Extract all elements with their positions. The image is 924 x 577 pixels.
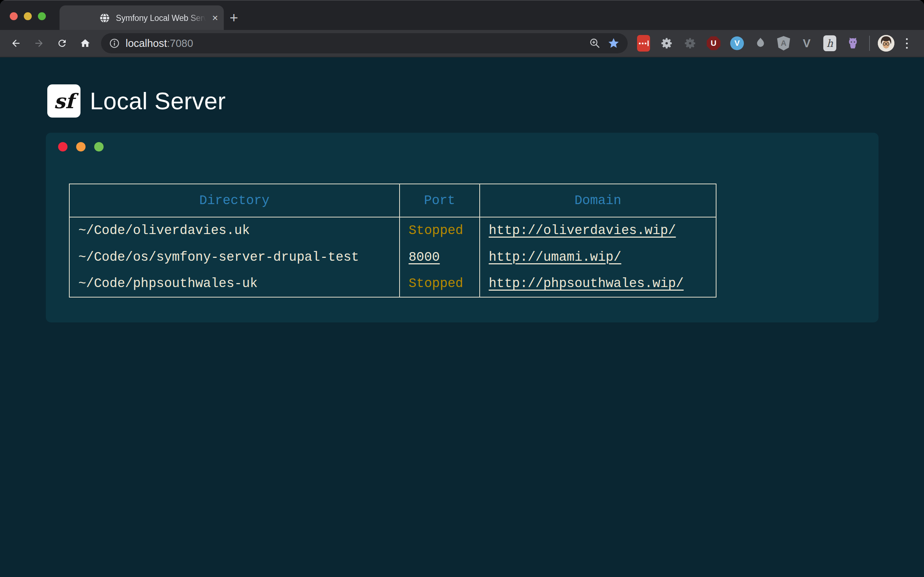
zoom-icon[interactable] — [589, 37, 601, 49]
address-bar[interactable]: localhost:7080 — [101, 33, 628, 53]
site-info-icon[interactable] — [109, 38, 120, 49]
domain-cell: http://phpsouthwales.wip/ — [480, 271, 716, 297]
tab-strip: Symfony Local Web Server: Prox × + — [0, 0, 924, 30]
page-title: Local Server — [90, 87, 226, 115]
browser-toolbar: localhost:7080 U V — [0, 30, 924, 57]
table-header-row: Directory Port Domain — [69, 184, 716, 217]
octocat-extension-icon[interactable] — [846, 36, 860, 50]
table-row: ~/Code/phpsouthwales-uk Stopped http://p… — [69, 271, 716, 297]
url-port: :7080 — [167, 37, 193, 49]
window-minimize-button[interactable] — [24, 12, 32, 20]
globe-favicon-icon — [99, 13, 110, 23]
browser-menu-button[interactable] — [903, 35, 911, 52]
status-stopped-label: Stopped — [409, 223, 463, 238]
domain-link[interactable]: http://umami.wip/ — [489, 250, 621, 265]
forward-button[interactable] — [32, 36, 46, 50]
brand-header: sf Local Server — [47, 84, 226, 118]
table-row: ~/Code/oliverdavies.uk Stopped http://ol… — [69, 217, 716, 244]
toolbar-separator — [869, 36, 870, 51]
vue-devtools-extension-icon[interactable]: V — [800, 36, 814, 50]
status-stopped-label: Stopped — [409, 276, 463, 291]
domain-cell: http://oliverdavies.wip/ — [480, 217, 716, 244]
panel-orange-dot — [76, 142, 86, 152]
extensions-row: U V A V h — [637, 35, 860, 52]
window-close-button[interactable] — [10, 12, 18, 20]
table-row: ~/Code/os/symfony-server-drupal-test 800… — [69, 244, 716, 271]
window-controls — [10, 12, 46, 20]
server-panel: Directory Port Domain ~/Code/oliverdavie… — [46, 133, 879, 322]
port-cell: Stopped — [399, 271, 480, 297]
url-host: localhost — [126, 37, 167, 49]
angular-extension-icon[interactable]: A — [777, 36, 790, 50]
panel-red-dot — [58, 142, 68, 152]
lastpass-extension-icon[interactable] — [637, 35, 650, 52]
servers-table: Directory Port Domain ~/Code/oliverdavie… — [69, 184, 716, 298]
domain-cell: http://umami.wip/ — [480, 244, 716, 271]
browser-tab[interactable]: Symfony Local Web Server: Prox × — [60, 5, 224, 31]
page-content: sf Local Server Directory Port Domain — [0, 57, 924, 576]
vimium-extension-icon[interactable]: V — [730, 36, 744, 50]
port-cell: 8000 — [399, 244, 480, 271]
browser-window: Symfony Local Web Server: Prox × + local… — [0, 0, 924, 577]
back-button[interactable] — [9, 36, 23, 50]
port-cell: Stopped — [399, 217, 480, 244]
new-tab-button[interactable]: + — [226, 10, 242, 26]
profile-avatar[interactable] — [878, 35, 894, 52]
symfony-logo: sf — [47, 84, 81, 118]
ublock-origin-extension-icon[interactable]: U — [707, 36, 720, 50]
domain-link[interactable]: http://oliverdavies.wip/ — [489, 223, 676, 238]
dark-gear-extension-icon[interactable] — [683, 36, 697, 50]
reload-button[interactable] — [55, 36, 69, 50]
drupal-extension-icon[interactable] — [754, 36, 767, 50]
home-button[interactable] — [78, 36, 92, 50]
tab-title: Symfony Local Web Server: Prox — [116, 13, 208, 23]
panel-green-dot — [94, 142, 103, 152]
directory-cell: ~/Code/oliverdavies.uk — [69, 217, 399, 244]
column-header-port: Port — [399, 184, 480, 217]
h-extension-icon[interactable]: h — [823, 35, 836, 51]
directory-cell: ~/Code/phpsouthwales-uk — [69, 271, 399, 297]
directory-cell: ~/Code/os/symfony-server-drupal-test — [69, 244, 399, 271]
bookmark-star-icon[interactable] — [607, 37, 620, 49]
tab-close-icon[interactable]: × — [208, 11, 221, 24]
port-link[interactable]: 8000 — [409, 250, 439, 265]
gear-extension-icon[interactable] — [660, 36, 674, 50]
column-header-directory: Directory — [69, 184, 399, 217]
url-text: localhost:7080 — [126, 37, 193, 49]
window-zoom-button[interactable] — [38, 12, 46, 20]
column-header-domain: Domain — [480, 184, 716, 217]
panel-traffic-lights — [58, 142, 103, 152]
domain-link[interactable]: http://phpsouthwales.wip/ — [489, 276, 683, 291]
